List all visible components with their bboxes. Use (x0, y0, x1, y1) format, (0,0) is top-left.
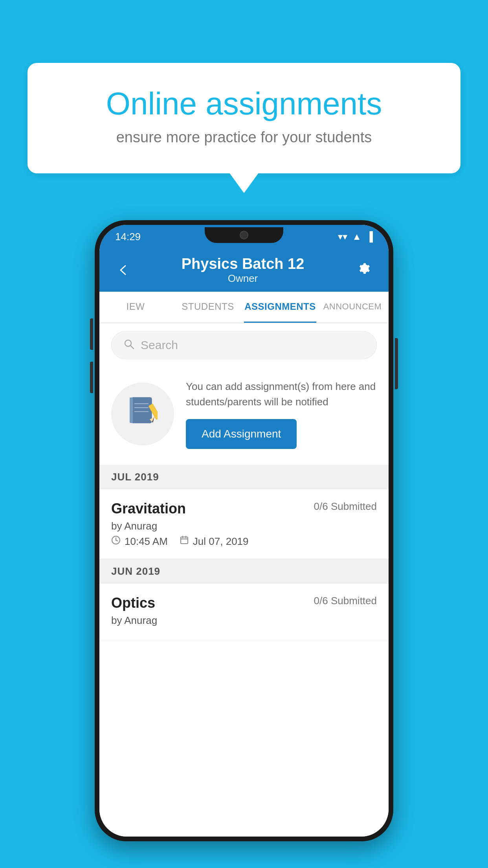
top-bar-center: Physics Batch 12 Owner (133, 256, 352, 285)
add-assignment-description: You can add assignment(s) from here and … (186, 379, 377, 410)
main-content: Search (99, 323, 389, 837)
clock-icon (111, 535, 121, 548)
tab-students[interactable]: STUDENTS (172, 292, 244, 323)
speech-bubble-container: Online assignments ensure more practice … (28, 63, 460, 173)
back-button[interactable] (114, 256, 133, 284)
section-header-jun: JUN 2019 (99, 559, 389, 584)
top-bar: Physics Batch 12 Owner (99, 248, 389, 292)
svg-rect-3 (130, 397, 133, 423)
volume-down-button (90, 362, 93, 393)
page-subtitle: Owner (133, 272, 352, 285)
power-button (395, 338, 398, 389)
tab-announcements[interactable]: ANNOUNCEM (316, 292, 389, 323)
search-bar[interactable]: Search (111, 331, 377, 359)
add-assignment-button[interactable]: Add Assignment (186, 419, 297, 449)
svg-line-12 (116, 540, 117, 541)
table-row[interactable]: Optics 0/6 Submitted by Anurag (99, 584, 389, 641)
svg-rect-13 (181, 537, 188, 544)
assignment-name: Optics (111, 595, 155, 611)
search-icon (123, 338, 134, 353)
svg-line-1 (130, 346, 134, 349)
status-icons: ▾▾ ▲ ▐ (338, 231, 373, 242)
phone-frame: 14:29 ▾▾ ▲ ▐ Physics Batch 12 Owner (95, 220, 393, 841)
phone-screen: 14:29 ▾▾ ▲ ▐ Physics Batch 12 Owner (99, 225, 389, 837)
search-container: Search (99, 323, 389, 367)
section-header-jul: JUL 2019 (99, 465, 389, 489)
assignment-name: Gravitation (111, 500, 186, 517)
wifi-icon: ▾▾ (338, 231, 347, 242)
speech-bubble-subtitle: ensure more practice for your students (59, 129, 429, 146)
add-assignment-right: You can add assignment(s) from here and … (186, 379, 377, 449)
assignment-icon-circle (111, 383, 174, 445)
page-title: Physics Batch 12 (133, 256, 352, 272)
search-placeholder: Search (141, 338, 178, 352)
svg-rect-2 (131, 397, 152, 423)
tab-assignments[interactable]: ASSIGNMENTS (244, 292, 316, 323)
assignment-row-header: Optics 0/6 Submitted (111, 595, 377, 611)
tabs-bar: IEW STUDENTS ASSIGNMENTS ANNOUNCEM (99, 292, 389, 323)
assignment-submitted: 0/6 Submitted (314, 500, 377, 513)
phone-camera (240, 231, 248, 239)
calendar-icon (180, 535, 189, 548)
speech-bubble-title: Online assignments (59, 86, 429, 121)
phone-notch (205, 227, 283, 243)
assignment-by: by Anurag (111, 520, 377, 532)
notebook-icon (128, 395, 158, 433)
status-time: 14:29 (115, 231, 141, 243)
speech-bubble: Online assignments ensure more practice … (28, 63, 460, 173)
tab-iew[interactable]: IEW (99, 292, 172, 323)
assignment-row-header: Gravitation 0/6 Submitted (111, 500, 377, 517)
assignment-date: Jul 07, 2019 (180, 535, 249, 548)
settings-button[interactable] (352, 257, 374, 283)
assignment-submitted: 0/6 Submitted (314, 595, 377, 607)
assignment-time: 10:45 AM (111, 535, 168, 548)
add-assignment-card: You can add assignment(s) from here and … (99, 367, 389, 461)
table-row[interactable]: Gravitation 0/6 Submitted by Anurag (99, 489, 389, 559)
signal-icon: ▲ (352, 231, 361, 242)
assignment-by: by Anurag (111, 614, 377, 627)
volume-up-button (90, 318, 93, 350)
battery-icon: ▐ (366, 231, 373, 242)
assignment-meta: 10:45 AM Jul 07, 2019 (111, 535, 377, 548)
